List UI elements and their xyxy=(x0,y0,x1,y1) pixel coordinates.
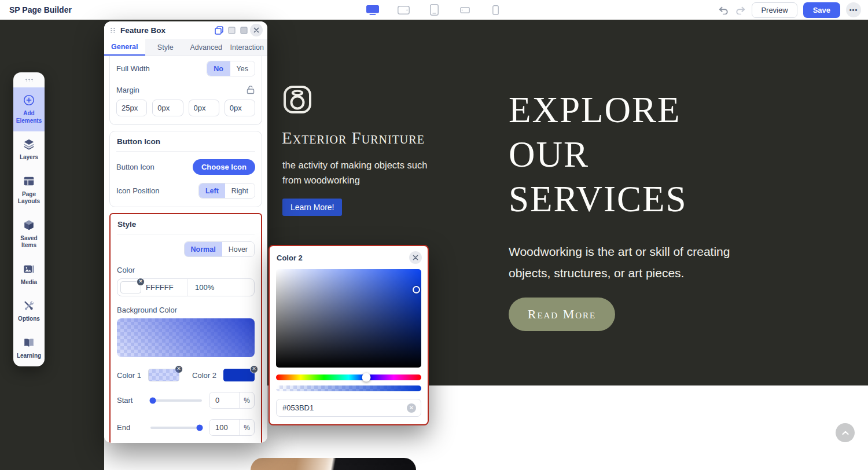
color2-label: Color 2 xyxy=(192,371,216,380)
margin-left-input[interactable] xyxy=(225,100,255,116)
sidebar-item-add-elements[interactable]: Add Elements xyxy=(13,87,45,131)
device-mobile-portrait-icon[interactable] xyxy=(488,3,503,16)
margin-top-input[interactable] xyxy=(116,100,147,116)
feature-heading: Exterior Furniture xyxy=(282,128,425,148)
more-options-button[interactable]: ••• xyxy=(846,2,861,17)
margin-right-input[interactable] xyxy=(152,100,183,116)
sidebar-item-label: Media xyxy=(21,279,37,287)
gradient-overlay xyxy=(117,318,255,357)
full-width-no[interactable]: No xyxy=(207,61,230,76)
topbar-actions: Preview Save ••• xyxy=(718,2,861,18)
color1-swatch[interactable]: ✕ xyxy=(148,369,179,381)
panel-window-controls xyxy=(215,26,248,35)
end-slider-thumb[interactable] xyxy=(197,424,203,431)
choose-icon-button[interactable]: Choose Icon xyxy=(193,159,255,175)
close-icon xyxy=(253,27,259,33)
saturation-cursor[interactable] xyxy=(413,286,420,293)
sidebar-item-media[interactable]: Media xyxy=(13,256,45,293)
start-label: Start xyxy=(117,396,150,405)
saturation-area[interactable] xyxy=(276,269,421,368)
feature-box-icon xyxy=(282,85,312,117)
color-opacity-value[interactable]: 100% xyxy=(187,283,254,292)
scroll-to-top-button[interactable] xyxy=(836,423,855,442)
sidebar-item-layers[interactable]: Layers xyxy=(13,131,45,168)
color-hex-value[interactable]: FFFFFF xyxy=(146,283,187,292)
panel-close-button[interactable] xyxy=(250,24,263,36)
color2-swatch[interactable]: ✕ xyxy=(223,369,255,381)
cube-icon xyxy=(23,219,35,232)
state-normal[interactable]: Normal xyxy=(185,242,222,256)
start-slider-thumb[interactable] xyxy=(149,397,156,403)
state-toggle-row: Normal Hover xyxy=(117,241,255,257)
gradient-preview[interactable] xyxy=(117,318,255,357)
full-width-yes[interactable]: Yes xyxy=(230,61,255,76)
end-slider[interactable] xyxy=(150,427,202,429)
button-icon-group: Button Icon Button Icon Choose Icon Icon… xyxy=(109,131,262,207)
save-button[interactable]: Save xyxy=(803,2,840,18)
tab-interaction[interactable]: Interaction xyxy=(227,39,268,56)
picker-close-button[interactable] xyxy=(409,251,422,264)
chevron-up-icon xyxy=(842,431,849,435)
undo-icon[interactable] xyxy=(718,6,729,14)
start-value-input[interactable] xyxy=(209,392,239,408)
end-unit: % xyxy=(239,420,254,435)
tools-icon xyxy=(23,299,35,312)
hex-input[interactable] xyxy=(282,403,407,412)
duplicate-panel-icon[interactable] xyxy=(215,26,223,35)
panel-drag-handle-icon[interactable] xyxy=(110,27,116,33)
device-tablet-portrait-icon[interactable] xyxy=(426,3,442,16)
unlock-icon[interactable] xyxy=(246,85,255,94)
sidebar-item-learning[interactable]: Learning xyxy=(13,330,45,367)
sidebar-item-page-layouts[interactable]: Page Layouts xyxy=(13,168,45,212)
clear-color2-icon[interactable]: ✕ xyxy=(250,365,258,373)
end-value-input[interactable] xyxy=(209,420,239,435)
picker-title: Color 2 xyxy=(277,254,303,262)
hue-slider-thumb[interactable] xyxy=(362,373,370,382)
tab-advanced[interactable]: Advanced xyxy=(186,39,227,56)
start-slider[interactable] xyxy=(150,399,202,402)
sidebar-item-saved-items[interactable]: Saved Items xyxy=(13,212,45,256)
full-width-label: Full Width xyxy=(116,64,150,73)
tab-style[interactable]: Style xyxy=(145,39,186,56)
button-icon-section-title: Button Icon xyxy=(116,131,255,152)
sidebar-item-label: Options xyxy=(18,315,40,323)
builder-sidebar: Add Elements Layers Page Layouts Saved I… xyxy=(13,72,45,366)
alpha-slider[interactable] xyxy=(276,385,421,391)
hero-heading: EXPLORE OUR SERVICES xyxy=(509,88,687,222)
sidebar-drag-handle[interactable] xyxy=(13,72,45,87)
color1-label: Color 1 xyxy=(117,371,141,380)
icon-position-right[interactable]: Right xyxy=(225,183,255,198)
preview-button[interactable]: Preview xyxy=(752,2,797,18)
sidebar-item-options[interactable]: Options xyxy=(13,293,45,330)
hex-input-row: ✕ xyxy=(276,399,421,417)
icon-position-row: Icon Position Left Right xyxy=(116,183,255,199)
hero-text: Woodworking is the art or skill of creat… xyxy=(509,241,730,284)
panel-header: Feature Box xyxy=(104,21,267,39)
hero-heading-line1: EXPLORE xyxy=(509,88,687,133)
end-label: End xyxy=(117,423,150,432)
hue-slider[interactable] xyxy=(276,374,421,380)
device-desktop-icon[interactable] xyxy=(365,3,380,16)
learn-more-button[interactable]: Learn More! xyxy=(282,199,342,216)
layout-icon xyxy=(23,175,35,188)
device-mobile-landscape-icon[interactable] xyxy=(457,3,472,16)
dock-panel-right-icon[interactable] xyxy=(240,27,248,34)
clear-color1-icon[interactable]: ✕ xyxy=(175,365,183,373)
color2-picker-popup: Color 2 ✕ xyxy=(269,245,429,425)
clear-color-icon[interactable]: ✕ xyxy=(137,278,145,286)
dock-panel-left-icon[interactable] xyxy=(228,27,236,34)
hero-text-line2: objects, structures, or art pieces. xyxy=(509,262,730,284)
read-more-button[interactable]: Read More xyxy=(509,298,615,331)
close-icon xyxy=(413,255,418,260)
state-hover[interactable]: Hover xyxy=(222,242,254,256)
redo-icon[interactable] xyxy=(735,6,746,14)
clear-hex-icon[interactable]: ✕ xyxy=(407,403,416,413)
margin-bottom-input[interactable] xyxy=(189,100,219,116)
margin-inputs xyxy=(116,100,255,116)
panel-tabs: General Style Advanced Interaction xyxy=(104,39,267,56)
color-swatch[interactable]: ✕ xyxy=(120,281,141,293)
color-input[interactable]: ✕ FFFFFF 100% xyxy=(117,278,255,296)
icon-position-left[interactable]: Left xyxy=(199,183,225,198)
device-tablet-landscape-icon[interactable] xyxy=(396,3,411,16)
tab-general[interactable]: General xyxy=(104,39,145,56)
